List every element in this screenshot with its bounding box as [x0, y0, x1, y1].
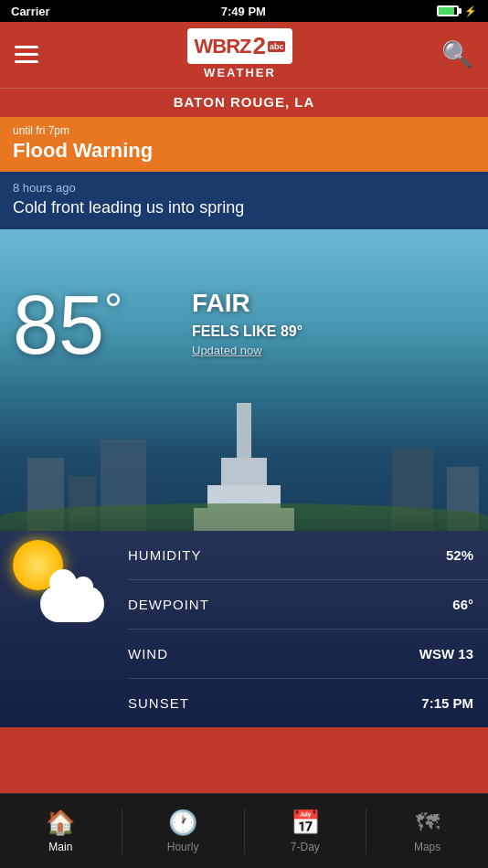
carrier-signal: Carrier — [11, 5, 50, 18]
home-icon: 🏠 — [46, 809, 75, 837]
warning-banner[interactable]: until fri 7pm Flood Warning — [0, 117, 488, 172]
temperature-value: 85° — [13, 280, 122, 371]
feels-like-label: FEELS LIKE — [192, 323, 276, 339]
degree-symbol: ° — [104, 284, 122, 335]
skyline — [0, 348, 488, 531]
stat-label-sunset: SUNSET — [128, 695, 189, 711]
warning-until: until fri 7pm — [13, 124, 475, 137]
status-bar: Carrier 7:49 PM ⚡ — [0, 0, 488, 22]
temperature-area: 85° — [13, 284, 122, 366]
stat-rows: HUMIDITY 52% DEWPOINT 66° WIND WSW 13 SU… — [128, 531, 488, 727]
stat-value-humidity: 52% — [446, 547, 473, 563]
condition-area: FAIR FEELS LIKE 89° Updated now — [192, 289, 302, 357]
updated-label: Updated now — [192, 344, 302, 357]
warning-title: Flood Warning — [13, 139, 475, 163]
stat-row-dewpoint: DEWPOINT 66° — [128, 580, 488, 630]
stat-label-dewpoint: DEWPOINT — [128, 597, 209, 612]
bolt-icon: ⚡ — [464, 5, 477, 17]
logo-box: WBRZ 2 abc — [187, 28, 293, 64]
logo-wbrz: WBRZ — [195, 35, 251, 58]
location-text: BATON ROUGE, LA — [174, 94, 314, 110]
weather-main: 85° FAIR FEELS LIKE 89° Updated now — [0, 229, 488, 531]
stat-row-wind: WIND WSW 13 — [128, 630, 488, 679]
status-time: 7:49 PM — [221, 5, 266, 18]
battery-icon — [437, 5, 459, 16]
news-headline: Cold front leading us into spring — [13, 197, 475, 218]
stat-value-dewpoint: 66° — [452, 597, 473, 612]
logo-2: 2 — [253, 32, 266, 60]
nav-item-maps[interactable]: 🗺 Maps — [366, 794, 488, 868]
news-banner[interactable]: 8 hours ago Cold front leading us into s… — [0, 172, 488, 229]
clock-icon: 🕐 — [168, 809, 197, 837]
feels-like: FEELS LIKE 89° — [192, 323, 302, 340]
logo-area: WBRZ 2 abc WEATHER — [187, 28, 293, 79]
location-bar: BATON ROUGE, LA — [0, 88, 488, 117]
calendar-icon: 📅 — [291, 809, 320, 837]
condition-label: FAIR — [192, 289, 302, 318]
stat-label-humidity: HUMIDITY — [128, 547, 202, 563]
nav-label-maps: Maps — [414, 841, 440, 853]
stat-row-sunset: SUNSET 7:15 PM — [128, 679, 488, 727]
feels-like-temp: 89° — [281, 323, 302, 339]
nav-item-hourly[interactable]: 🕐 Hourly — [122, 794, 244, 868]
stat-row-humidity: HUMIDITY 52% — [128, 531, 488, 580]
weather-icon-area — [13, 540, 104, 622]
logo-weather: WEATHER — [204, 66, 276, 79]
nav-label-7day: 7-Day — [291, 841, 320, 853]
nav-label-hourly: Hourly — [167, 841, 199, 853]
nav-label-main: Main — [48, 841, 72, 853]
temp-number: 85 — [13, 280, 104, 371]
logo-abc: abc — [268, 41, 286, 52]
menu-button[interactable] — [15, 46, 38, 63]
sun-cloud-icon — [13, 540, 104, 622]
cloud-icon — [40, 586, 104, 622]
nav-item-main[interactable]: 🏠 Main — [0, 794, 122, 868]
nav-item-7day[interactable]: 📅 7-Day — [245, 794, 366, 868]
status-right: ⚡ — [437, 5, 477, 17]
stat-label-wind: WIND — [128, 646, 168, 662]
stat-value-wind: WSW 13 — [419, 646, 473, 662]
stat-value-sunset: 7:15 PM — [421, 695, 473, 711]
news-time: 8 hours ago — [13, 181, 475, 195]
capitol-building — [185, 339, 303, 531]
header: WBRZ 2 abc WEATHER 🔍 — [0, 22, 488, 88]
trees — [0, 503, 488, 531]
stats-section: HUMIDITY 52% DEWPOINT 66° WIND WSW 13 SU… — [0, 531, 488, 727]
maps-icon: 🗺 — [416, 809, 440, 837]
bottom-nav: 🏠 Main 🕐 Hourly 📅 7-Day 🗺 Maps — [0, 793, 488, 868]
search-icon[interactable]: 🔍 — [441, 39, 473, 69]
